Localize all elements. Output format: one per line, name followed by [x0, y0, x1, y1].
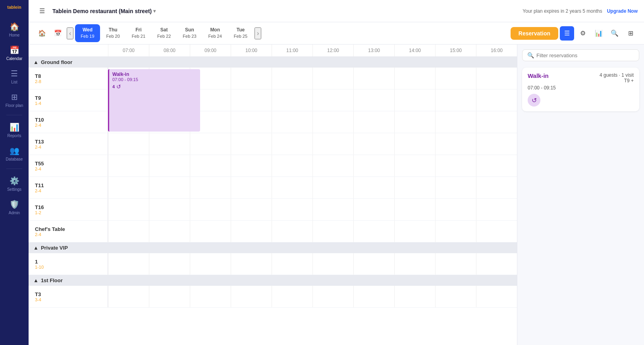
- section-title: Ground floor: [41, 59, 72, 65]
- list-view-button[interactable]: ☰: [560, 26, 574, 41]
- res-icon: ↺: [116, 83, 121, 90]
- grid-cell: [108, 286, 149, 307]
- date-tabs: Wed Feb 19 Thu Feb 20 Fri Feb 21 Sat Feb…: [75, 24, 253, 42]
- grid-cell: [476, 111, 517, 133]
- reservation-button[interactable]: Reservation: [511, 27, 558, 40]
- grid-cell: [353, 68, 394, 89]
- date-day: Feb 25: [234, 33, 247, 39]
- grid-cell: [108, 253, 149, 275]
- sidebar-item-home[interactable]: 🏠 Home: [0, 18, 29, 41]
- sidebar-toggle-button[interactable]: ☰: [35, 4, 49, 18]
- date-tab-fri[interactable]: Fri Feb 21: [126, 24, 151, 42]
- date-dow: Fri: [135, 27, 141, 33]
- table-capacity: 3-4: [35, 297, 101, 302]
- table-name: T16: [35, 204, 101, 210]
- section-private-vip[interactable]: ▲ Private VIP: [29, 242, 517, 253]
- prev-date-button[interactable]: ‹: [67, 27, 73, 39]
- date-day: Feb 19: [81, 33, 94, 39]
- table-label-t8: T8 2-8: [29, 68, 108, 89]
- table-grid-t11: [108, 177, 517, 198]
- grid-cell: [435, 68, 476, 89]
- grid-cell: [272, 221, 312, 242]
- table-row-t55: T55 2-4: [29, 155, 517, 177]
- date-tab-thu[interactable]: Thu Feb 20: [101, 24, 125, 42]
- filter-reservations-input[interactable]: [536, 52, 634, 58]
- date-tab-sat[interactable]: Sat Feb 22: [152, 24, 176, 42]
- grid-cell: [353, 89, 394, 111]
- table-capacity: 2-4: [35, 145, 101, 149]
- grid-cell: [476, 155, 517, 176]
- date-tab-sun[interactable]: Sun Feb 23: [177, 24, 202, 42]
- grid-cell: [231, 68, 272, 89]
- sidebar: tablein 🏠 Home 📅 Calendar ☰ List ⊞ Floor…: [0, 0, 29, 345]
- section-1st-floor[interactable]: ▲ 1st Floor: [29, 275, 517, 286]
- grid-cell: [394, 177, 435, 198]
- calendar-grid[interactable]: 07:00 08:00 09:00 10:00 11:00 12:00 13:0…: [29, 45, 517, 345]
- search-button[interactable]: 🔍: [607, 26, 622, 41]
- grid-cell: [312, 68, 353, 89]
- date-tab-tue[interactable]: Tue Feb 25: [228, 24, 253, 42]
- grid-cell: [231, 177, 272, 198]
- table-name: T11: [35, 182, 101, 188]
- grid-cell: [231, 286, 272, 307]
- table-name: T3: [35, 291, 101, 297]
- table-row-t13: T13 2-4: [29, 133, 517, 155]
- grid-cell: [108, 199, 149, 220]
- table-capacity: 2-4: [35, 188, 101, 193]
- grid-cell: [476, 286, 517, 307]
- sidebar-item-floor-plan[interactable]: ⊞ Floor plan: [0, 88, 29, 112]
- grid-cell: [353, 286, 394, 307]
- table-row-t9: T9 1-4: [29, 89, 517, 111]
- chart-button[interactable]: 📊: [592, 26, 606, 41]
- table-name: 1: [35, 259, 101, 265]
- table-capacity: 1-10: [35, 265, 101, 269]
- home-icon: 🏠: [10, 22, 19, 31]
- grid-view-button[interactable]: ⊞: [623, 26, 638, 41]
- sidebar-item-reports[interactable]: 📊 Reports: [0, 118, 29, 142]
- grid-cell: [190, 177, 231, 198]
- sidebar-item-settings[interactable]: ⚙️ Settings: [0, 172, 29, 196]
- time-slot-15: 15:00: [435, 45, 476, 56]
- grid-cell: [190, 221, 231, 242]
- walkin-reservation-block[interactable]: Walk-in 07:00 - 09:15 4 ↺: [108, 69, 200, 132]
- table-capacity: 2-4: [35, 123, 101, 128]
- date-dow: Wed: [83, 27, 93, 33]
- date-tab-mon[interactable]: Mon Feb 24: [203, 24, 228, 42]
- sidebar-item-label: Floor plan: [6, 103, 23, 108]
- sidebar-item-admin[interactable]: 🛡️ Admin: [0, 196, 29, 219]
- time-slot-16: 16:00: [476, 45, 517, 56]
- grid-cell: [231, 155, 272, 176]
- grid-cell: [190, 199, 231, 220]
- navbar: 🏠 📅 ‹ Wed Feb 19 Thu Feb 20 Fri Feb 21 S…: [29, 22, 644, 45]
- upgrade-button[interactable]: Upgrade Now: [607, 8, 638, 14]
- sidebar-item-database[interactable]: 👥 Database: [0, 142, 29, 165]
- grid-cell: [435, 286, 476, 307]
- time-slot-11: 11:00: [272, 45, 312, 56]
- sidebar-item-calendar[interactable]: 📅 Calendar: [0, 41, 29, 65]
- date-tab-wed[interactable]: Wed Feb 19: [75, 24, 100, 42]
- grid-cell: [435, 133, 476, 155]
- grid-cell: [149, 253, 190, 275]
- grid-cell: [394, 89, 435, 111]
- grid-cell: [394, 221, 435, 242]
- walkin-reservation-card[interactable]: Walk-in 4 guests · 1 visit T9 + 07:00 - …: [522, 68, 639, 111]
- next-date-button[interactable]: ›: [255, 27, 261, 39]
- sidebar-item-list[interactable]: ☰ List: [0, 65, 29, 88]
- chevron-down-icon: ▾: [153, 8, 156, 14]
- walkin-avatar: ↺: [528, 94, 540, 107]
- date-day: Feb 24: [208, 33, 222, 39]
- table-row-1: 1 1-10: [29, 253, 517, 275]
- search-icon: 🔍: [527, 52, 534, 58]
- grid-cell: [149, 199, 190, 220]
- grid-cell: [312, 155, 353, 176]
- walkin-guests-label: 4 guests · 1 visit: [600, 72, 634, 78]
- calendar-nav-button[interactable]: 📅: [51, 26, 65, 41]
- filter-button[interactable]: ⚙: [576, 26, 590, 41]
- section-ground-floor[interactable]: ▲ Ground floor: [29, 57, 517, 68]
- sidebar-item-label: Calendar: [6, 56, 23, 61]
- table-grid-t13: [108, 133, 517, 155]
- restaurant-selector[interactable]: Tablein Demo restaurant (Main street) ▾: [52, 8, 156, 14]
- table-label-t9: T9 1-4: [29, 89, 108, 111]
- home-nav-button[interactable]: 🏠: [35, 26, 49, 41]
- grid-cell: [476, 253, 517, 275]
